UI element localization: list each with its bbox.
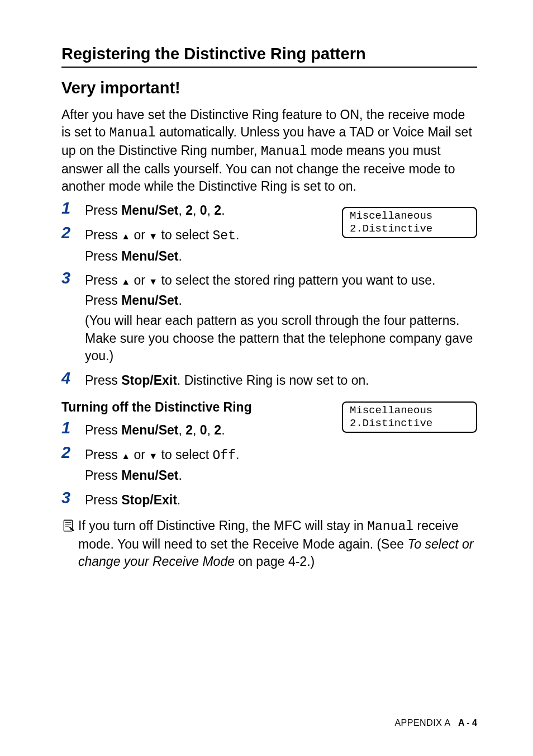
text: to select [158,228,212,242]
footer-label: APPENDIX A [394,718,450,727]
mono-text: Manual [367,519,413,534]
step-3b: 3 Press Stop/Exit. [61,489,477,512]
text: . [177,493,180,507]
bold-text: Stop/Exit [121,373,177,388]
note-icon [61,517,78,535]
text: . Distinctive Ring is now set to on. [177,373,369,388]
text: or [130,273,149,287]
step-body: Press ▲ or ▼ to select Off. Press Menu/S… [85,444,336,487]
text: , [178,423,185,437]
text: to select the stored ring pattern you wa… [158,273,435,287]
text: , [193,423,200,437]
lcd-line-2: 2.Distinctive [350,223,469,235]
bold-text: Menu/Set [121,468,178,483]
text: Press [85,249,121,263]
text: Press [85,493,121,507]
triangle-up-icon: ▲ [121,276,130,288]
intro-mono-2: Manual [261,144,307,159]
step-number: 3 [61,489,85,507]
text: on page 4-2.) [235,554,315,569]
step-number: 2 [61,444,85,462]
step-body: Press Stop/Exit. Distinctive Ring is now… [85,370,477,392]
page-footer: APPENDIX A A - 4 [394,718,477,728]
step-body: Press ▲ or ▼ to select the stored ring p… [85,270,477,367]
text: . [236,228,239,242]
text: Press [85,468,121,483]
step-2b: 2 Press ▲ or ▼ to select Off. Press Menu… [61,444,477,487]
text: . [236,447,239,462]
bold-text: Menu/Set [121,249,178,263]
text: Press [85,203,121,218]
text: , [193,203,200,218]
text: Press [85,293,121,308]
lcd-display-2: Miscellaneous 2.Distinctive [342,401,477,433]
lcd-line-1: Miscellaneous [350,210,469,223]
text: or [130,447,149,462]
text: Press [85,228,121,242]
text: , [178,203,185,218]
note-block: If you turn off Distinctive Ring, the MF… [61,517,477,570]
footer-page: A - 4 [458,718,477,727]
text: Press [85,447,121,462]
step-body: Press Menu/Set, 2, 0, 2. [85,200,336,222]
heading-rule [61,67,477,68]
note-text: If you turn off Distinctive Ring, the MF… [78,517,477,570]
bold-text: Menu/Set [121,423,178,437]
paren-text: (You will hear each pattern as you scrol… [85,312,477,365]
bold-text: 2 [214,423,221,437]
step-number: 1 [61,419,85,437]
bold-text: Menu/Set [121,203,178,218]
text: . [221,203,225,218]
text: . [178,293,182,308]
lcd-line-2: 2.Distinctive [350,417,469,430]
bold-text: 2 [185,203,193,218]
sub-heading: Very important! [61,79,477,97]
lcd-display-1: Miscellaneous 2.Distinctive [342,207,477,238]
mono-text: Off [213,448,236,463]
step-3: 3 Press ▲ or ▼ to select the stored ring… [61,270,477,367]
bold-text: Stop/Exit [121,493,177,507]
step-body: Press Stop/Exit. [85,489,477,512]
step-list-2: 1 Press Menu/Set, 2, 0, 2. 2 Press ▲ or … [61,419,477,512]
mono-text: Set [213,229,236,243]
lcd-line-1: Miscellaneous [350,404,469,417]
bold-text: 0 [200,203,207,218]
text: Press [85,423,121,437]
text: . [178,249,182,263]
triangle-down-icon: ▼ [149,276,158,288]
text: Press [85,273,121,287]
bold-text: Menu/Set [121,293,178,308]
bold-text: 2 [185,423,193,437]
bold-text: 0 [200,423,207,437]
triangle-down-icon: ▼ [149,450,158,462]
bold-text: 2 [214,203,221,218]
text: Press [85,373,121,388]
text: If you turn off Distinctive Ring, the MF… [78,518,367,533]
text: or [130,228,149,242]
text: . [221,423,225,437]
intro-mono-1: Manual [110,126,156,140]
text: to select [158,447,212,462]
step-body: Press Menu/Set, 2, 0, 2. [85,419,336,442]
triangle-up-icon: ▲ [121,450,130,462]
triangle-down-icon: ▼ [149,230,158,243]
step-number: 1 [61,200,85,218]
step-number: 4 [61,370,85,388]
step-number: 3 [61,270,85,287]
text: . [178,468,182,483]
step-number: 2 [61,224,85,242]
text: , [207,423,215,437]
intro-paragraph: After you have set the Distinctive Ring … [61,106,477,195]
triangle-up-icon: ▲ [121,230,130,243]
text: , [207,203,215,218]
step-body: Press ▲ or ▼ to select Set. Press Menu/S… [85,224,336,267]
step-4: 4 Press Stop/Exit. Distinctive Ring is n… [61,370,477,392]
section-heading: Registering the Distinctive Ring pattern [61,45,477,63]
